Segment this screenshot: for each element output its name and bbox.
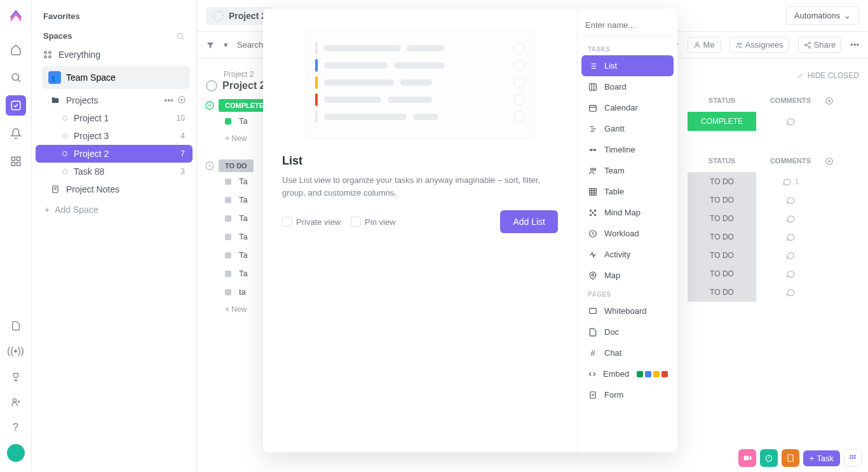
- page-option-chat[interactable]: #Chat: [581, 342, 674, 363]
- everything-label: Everything: [58, 50, 100, 60]
- spaces-header[interactable]: Spaces: [43, 31, 72, 41]
- view-name-input[interactable]: [581, 15, 674, 35]
- modal-title: List: [282, 154, 558, 168]
- checkbox-icon[interactable]: [6, 95, 26, 116]
- view-preview: [306, 28, 534, 139]
- add-space-button[interactable]: +Add Space: [36, 198, 193, 221]
- page-option-embed[interactable]: Embed: [581, 363, 674, 384]
- sidebar-item-task88[interactable]: Task 88 3: [36, 163, 193, 180]
- list-icon: [588, 62, 598, 71]
- pages-group-label: PAGES: [581, 286, 674, 300]
- view-option-gantt[interactable]: Gantt: [581, 118, 674, 139]
- svg-rect-5: [11, 163, 15, 166]
- svg-rect-2: [11, 101, 20, 110]
- sidebar-item-label: Project 2: [74, 149, 109, 159]
- page-option-whiteboard[interactable]: Whiteboard: [581, 300, 674, 321]
- svg-point-12: [44, 56, 47, 58]
- item-count: 4: [180, 131, 185, 140]
- svg-rect-4: [17, 157, 20, 160]
- tasks-group-label: TASKS: [581, 41, 674, 55]
- svg-point-75: [593, 168, 596, 170]
- svg-point-74: [591, 168, 593, 170]
- search-icon[interactable]: [6, 67, 26, 88]
- sidebar-item-label: Project 3: [74, 131, 109, 141]
- add-list-button[interactable]: Add List: [500, 210, 558, 233]
- svg-point-82: [594, 210, 595, 211]
- mind-map-icon: [588, 208, 598, 217]
- doc-icon[interactable]: [6, 316, 26, 336]
- trophy-icon[interactable]: [6, 367, 26, 387]
- svg-line-9: [182, 37, 184, 39]
- project-notes-item[interactable]: Project Notes: [36, 180, 193, 198]
- view-option-list[interactable]: List: [581, 55, 674, 76]
- sidebar-item-project1[interactable]: Project 1 10: [36, 109, 193, 127]
- app-logo: [8, 8, 24, 23]
- sidebar-item-label: Task 88: [74, 166, 104, 177]
- svg-rect-6: [17, 163, 20, 166]
- view-option-workload[interactable]: Workload: [581, 223, 674, 244]
- modal-description: Use List view to organize your tasks in …: [282, 174, 558, 199]
- svg-point-0: [12, 74, 19, 81]
- list-dot-icon: [62, 116, 67, 121]
- list-dot-icon: [62, 169, 67, 174]
- add-user-icon[interactable]: [6, 392, 26, 412]
- timeline-icon: [588, 145, 598, 154]
- svg-point-83: [592, 212, 593, 213]
- view-option-map[interactable]: Map: [581, 265, 674, 286]
- private-view-checkbox[interactable]: Private view: [282, 217, 341, 227]
- svg-line-1: [18, 79, 20, 82]
- form-icon: [588, 391, 598, 400]
- page-option-doc[interactable]: Doc: [581, 321, 674, 342]
- team-space-item[interactable]: 👥 Team Space: [42, 66, 190, 89]
- help-icon[interactable]: ?: [6, 417, 26, 438]
- avatar-icon[interactable]: [6, 443, 26, 463]
- projects-label: Projects: [66, 95, 98, 105]
- svg-point-11: [49, 51, 51, 54]
- svg-point-87: [592, 274, 594, 276]
- doc-icon: [588, 328, 598, 337]
- home-icon[interactable]: [6, 39, 26, 60]
- folder-add-icon[interactable]: [177, 95, 186, 105]
- view-option-calendar[interactable]: Calendar: [581, 97, 674, 118]
- sidebar-item-project2[interactable]: Project 2 7: [36, 145, 193, 163]
- folder-icon: [50, 96, 61, 105]
- apps-icon[interactable]: [6, 151, 26, 172]
- svg-rect-88: [590, 308, 597, 313]
- everything-item[interactable]: Everything: [36, 46, 193, 64]
- svg-rect-63: [590, 83, 597, 90]
- item-count: 10: [177, 114, 185, 123]
- record-icon[interactable]: ((•)): [6, 341, 26, 361]
- sidebar-item-label: Project 1: [74, 113, 109, 123]
- view-option-table[interactable]: Table: [581, 181, 674, 202]
- board-icon: [588, 83, 598, 91]
- team-icon: [588, 166, 598, 175]
- svg-rect-3: [11, 157, 15, 160]
- map-icon: [588, 271, 598, 280]
- whiteboard-icon: [588, 307, 598, 316]
- view-option-activity[interactable]: Activity: [581, 244, 674, 265]
- item-count: 7: [180, 149, 185, 158]
- spaces-search-icon[interactable]: [176, 32, 185, 41]
- svg-point-81: [590, 210, 591, 211]
- folder-more-icon[interactable]: •••: [164, 95, 173, 105]
- svg-point-10: [44, 51, 47, 54]
- add-space-label: Add Space: [55, 205, 98, 215]
- bell-icon[interactable]: [6, 123, 26, 144]
- team-space-label: Team Space: [66, 72, 116, 83]
- notes-icon: [50, 185, 61, 194]
- svg-point-85: [594, 214, 595, 215]
- gantt-icon: [588, 125, 598, 133]
- item-count: 3: [180, 167, 185, 176]
- view-option-team[interactable]: Team: [581, 160, 674, 181]
- list-dot-icon: [62, 151, 67, 156]
- page-option-form[interactable]: Form: [581, 384, 674, 405]
- pin-view-checkbox[interactable]: Pin view: [351, 217, 395, 227]
- view-option-board[interactable]: Board: [581, 76, 674, 97]
- view-option-mind-map[interactable]: Mind Map: [581, 202, 674, 223]
- table-icon: [588, 187, 598, 196]
- svg-rect-66: [590, 105, 597, 111]
- view-option-timeline[interactable]: Timeline: [581, 139, 674, 160]
- projects-folder[interactable]: Projects •••: [36, 91, 193, 109]
- favorites-header[interactable]: Favorites: [36, 6, 193, 26]
- sidebar-item-project3[interactable]: Project 3 4: [36, 127, 193, 145]
